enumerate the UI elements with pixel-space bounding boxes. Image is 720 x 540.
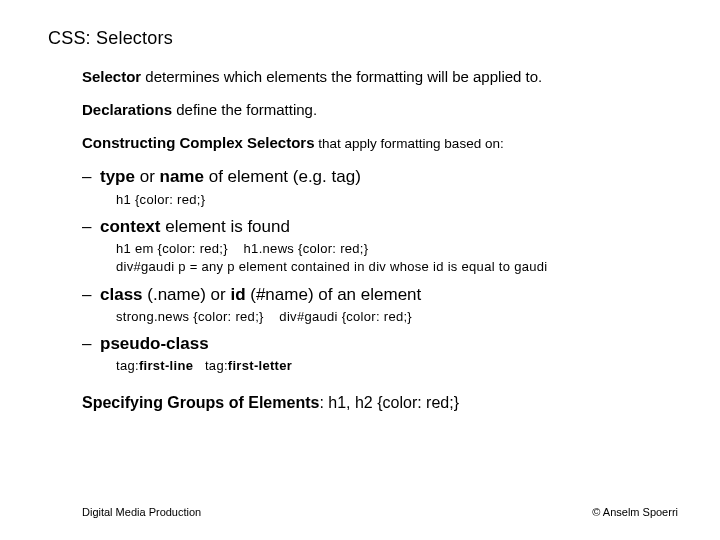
bullet-class-id: – class (.name) or id (#name) of an elem… (82, 284, 690, 305)
bold-pseudo: pseudo-class (100, 334, 209, 353)
bold-class: class (100, 285, 143, 304)
dash-icon: – (82, 284, 100, 305)
bold-first-line: first-line (139, 358, 193, 373)
gap (264, 309, 280, 324)
para-selector: Selector determines which elements the f… (82, 68, 690, 87)
dash-icon: – (82, 216, 100, 237)
slide-title: CSS: Selectors (48, 28, 173, 49)
dash-icon: – (82, 166, 100, 187)
text-or: or (135, 167, 160, 186)
code-tag1: tag: (116, 358, 139, 373)
text-of-an-element: (#name) of an element (246, 285, 422, 304)
bold-type: type (100, 167, 135, 186)
bold-first-letter: first-letter (228, 358, 292, 373)
bold-context: context (100, 217, 160, 236)
code-context-1: h1 em {color: red;} h1.news {color: red;… (116, 241, 690, 257)
para-groups: Specifying Groups of Elements: h1, h2 {c… (82, 393, 690, 413)
code-h1: h1 {color: red;} (116, 192, 690, 208)
bold-constructing: Constructing Complex Selectors (82, 134, 315, 151)
gap (193, 358, 205, 373)
code-class-id: strong.news {color: red;} div#gaudi {col… (116, 309, 690, 325)
bullet-context: – context element is found (82, 216, 690, 237)
bold-id: id (230, 285, 245, 304)
bullet-type-name: – type or name of element (e.g. tag) (82, 166, 690, 187)
code-strong-news: strong.news {color: red;} (116, 309, 264, 324)
code-pseudo: tag:first-line tag:first-letter (116, 358, 690, 374)
text-constructing: that apply formatting based on: (315, 136, 504, 151)
code-div-gaudi: div#gaudi {color: red;} (279, 309, 412, 324)
gap (228, 241, 244, 256)
dash-icon: – (82, 333, 100, 354)
slide-body: Selector determines which elements the f… (82, 68, 690, 427)
code-h1-em: h1 em {color: red;} (116, 241, 228, 256)
para-constructing: Constructing Complex Selectors that appl… (82, 134, 690, 153)
text-context: element is found (160, 217, 289, 236)
bullet-pseudo: – pseudo-class (82, 333, 690, 354)
para-declarations: Declarations define the formatting. (82, 101, 690, 120)
code-tag2: tag: (205, 358, 228, 373)
footer-right: © Anselm Spoerri (592, 506, 678, 518)
slide: CSS: Selectors Selector determines which… (0, 0, 720, 540)
text-declarations: define the formatting. (172, 101, 317, 118)
bold-declarations: Declarations (82, 101, 172, 118)
bold-name: name (160, 167, 204, 186)
code-context-2: div#gaudi p = any p element contained in… (116, 259, 690, 275)
code-h1-news: h1.news {color: red;} (244, 241, 369, 256)
text-name-or: (.name) or (143, 285, 231, 304)
footer-left: Digital Media Production (82, 506, 201, 518)
text-groups: : h1, h2 {color: red;} (319, 394, 459, 411)
bold-groups: Specifying Groups of Elements (82, 394, 319, 411)
text-selector: determines which elements the formatting… (141, 68, 542, 85)
bold-selector: Selector (82, 68, 141, 85)
text-of-element: of element (e.g. tag) (204, 167, 361, 186)
